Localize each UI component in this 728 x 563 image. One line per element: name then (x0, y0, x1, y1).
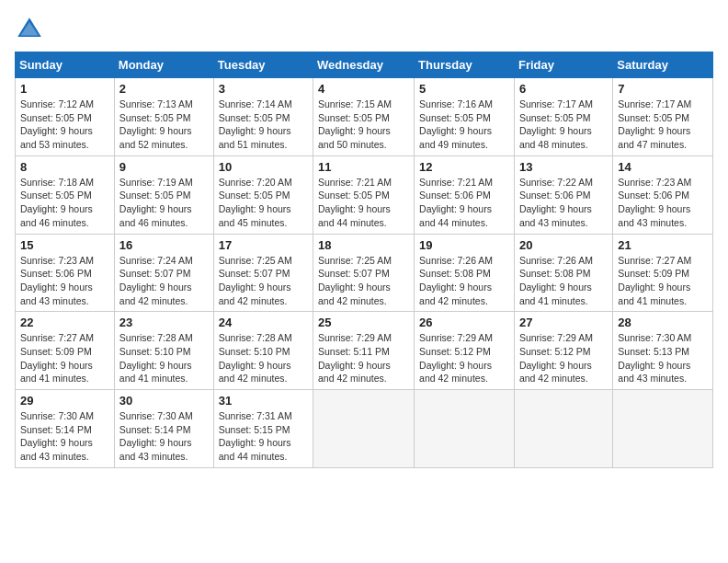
day-number: 10 (219, 160, 308, 174)
day-info: Sunrise: 7:29 AMSunset: 5:12 PMDaylight:… (519, 332, 593, 384)
calendar-cell: 10 Sunrise: 7:20 AMSunset: 5:05 PMDaylig… (213, 155, 313, 234)
calendar-cell: 25 Sunrise: 7:29 AMSunset: 5:11 PMDaylig… (313, 312, 415, 390)
col-thursday: Thursday (415, 52, 515, 78)
day-info: Sunrise: 7:22 AMSunset: 5:06 PMDaylight:… (519, 177, 593, 228)
calendar-cell: 28 Sunrise: 7:30 AMSunset: 5:13 PMDaylig… (613, 312, 713, 390)
day-number: 7 (618, 82, 708, 96)
calendar-cell: 11 Sunrise: 7:21 AMSunset: 5:05 PMDaylig… (313, 155, 415, 234)
day-info: Sunrise: 7:18 AMSunset: 5:05 PMDaylight:… (20, 177, 94, 228)
day-info: Sunrise: 7:27 AMSunset: 5:09 PMDaylight:… (618, 255, 691, 306)
day-info: Sunrise: 7:13 AMSunset: 5:05 PMDaylight:… (119, 98, 193, 150)
calendar-cell: 12 Sunrise: 7:21 AMSunset: 5:06 PMDaylig… (415, 155, 515, 234)
day-number: 6 (519, 82, 608, 96)
day-number: 12 (419, 160, 509, 174)
day-info: Sunrise: 7:25 AMSunset: 5:07 PMDaylight:… (318, 255, 392, 306)
calendar-cell: 26 Sunrise: 7:29 AMSunset: 5:12 PMDaylig… (415, 312, 515, 390)
day-number: 15 (20, 238, 109, 252)
logo-icon (15, 15, 44, 44)
calendar-cell: 15 Sunrise: 7:23 AMSunset: 5:06 PMDaylig… (16, 234, 115, 312)
day-info: Sunrise: 7:26 AMSunset: 5:08 PMDaylight:… (519, 255, 593, 306)
calendar-cell: 23 Sunrise: 7:28 AMSunset: 5:10 PMDaylig… (114, 312, 213, 390)
calendar-cell: 6 Sunrise: 7:17 AMSunset: 5:05 PMDayligh… (514, 78, 612, 156)
day-info: Sunrise: 7:28 AMSunset: 5:10 PMDaylight:… (119, 332, 193, 384)
day-number: 13 (519, 160, 608, 174)
calendar-cell: 5 Sunrise: 7:16 AMSunset: 5:05 PMDayligh… (415, 78, 515, 156)
day-number: 11 (318, 160, 409, 174)
calendar-cell: 19 Sunrise: 7:26 AMSunset: 5:08 PMDaylig… (415, 234, 515, 312)
day-number: 17 (219, 238, 308, 252)
calendar-cell: 16 Sunrise: 7:24 AMSunset: 5:07 PMDaylig… (114, 234, 213, 312)
calendar-cell (613, 390, 713, 468)
calendar-cell: 14 Sunrise: 7:23 AMSunset: 5:06 PMDaylig… (613, 155, 713, 234)
day-number: 23 (119, 316, 209, 329)
logo (15, 15, 48, 44)
calendar-cell: 30 Sunrise: 7:30 AMSunset: 5:14 PMDaylig… (114, 390, 213, 468)
calendar-cell: 13 Sunrise: 7:22 AMSunset: 5:06 PMDaylig… (514, 155, 612, 234)
day-info: Sunrise: 7:25 AMSunset: 5:07 PMDaylight:… (219, 255, 292, 306)
day-number: 29 (20, 394, 109, 408)
calendar-cell: 3 Sunrise: 7:14 AMSunset: 5:05 PMDayligh… (213, 78, 313, 156)
day-number: 16 (119, 238, 209, 252)
calendar-cell (313, 390, 415, 468)
day-number: 22 (20, 316, 109, 329)
col-sunday: Sunday (16, 52, 115, 78)
day-number: 1 (20, 82, 109, 96)
col-monday: Monday (114, 52, 213, 78)
day-info: Sunrise: 7:30 AMSunset: 5:14 PMDaylight:… (20, 410, 94, 462)
day-number: 14 (618, 160, 708, 174)
day-info: Sunrise: 7:17 AMSunset: 5:05 PMDaylight:… (618, 98, 691, 150)
col-wednesday: Wednesday (313, 52, 415, 78)
day-number: 27 (519, 316, 608, 329)
calendar-cell: 27 Sunrise: 7:29 AMSunset: 5:12 PMDaylig… (514, 312, 612, 390)
calendar-row: 22 Sunrise: 7:27 AMSunset: 5:09 PMDaylig… (16, 312, 713, 390)
day-info: Sunrise: 7:23 AMSunset: 5:06 PMDaylight:… (20, 255, 94, 306)
calendar-row: 29 Sunrise: 7:30 AMSunset: 5:14 PMDaylig… (16, 390, 713, 468)
calendar-table: Sunday Monday Tuesday Wednesday Thursday… (15, 52, 713, 468)
day-number: 19 (419, 238, 509, 252)
day-number: 4 (318, 82, 409, 96)
day-info: Sunrise: 7:28 AMSunset: 5:10 PMDaylight:… (219, 332, 292, 384)
day-number: 28 (618, 316, 708, 329)
calendar-cell: 2 Sunrise: 7:13 AMSunset: 5:05 PMDayligh… (114, 78, 213, 156)
day-number: 2 (119, 82, 209, 96)
calendar-row: 15 Sunrise: 7:23 AMSunset: 5:06 PMDaylig… (16, 234, 713, 312)
day-info: Sunrise: 7:29 AMSunset: 5:12 PMDaylight:… (419, 332, 493, 384)
day-info: Sunrise: 7:27 AMSunset: 5:09 PMDaylight:… (20, 332, 94, 384)
day-number: 30 (119, 394, 209, 408)
col-friday: Friday (514, 52, 612, 78)
day-number: 25 (318, 316, 409, 329)
calendar-cell: 22 Sunrise: 7:27 AMSunset: 5:09 PMDaylig… (16, 312, 115, 390)
day-info: Sunrise: 7:26 AMSunset: 5:08 PMDaylight:… (419, 255, 493, 306)
day-number: 18 (318, 238, 409, 252)
day-number: 5 (419, 82, 509, 96)
day-number: 26 (419, 316, 509, 329)
calendar-cell: 17 Sunrise: 7:25 AMSunset: 5:07 PMDaylig… (213, 234, 313, 312)
day-number: 24 (219, 316, 308, 329)
day-info: Sunrise: 7:30 AMSunset: 5:14 PMDaylight:… (119, 410, 193, 462)
day-info: Sunrise: 7:17 AMSunset: 5:05 PMDaylight:… (519, 98, 593, 150)
calendar-cell: 29 Sunrise: 7:30 AMSunset: 5:14 PMDaylig… (16, 390, 115, 468)
day-info: Sunrise: 7:29 AMSunset: 5:11 PMDaylight:… (318, 332, 392, 384)
day-info: Sunrise: 7:21 AMSunset: 5:06 PMDaylight:… (419, 177, 493, 228)
calendar-cell: 7 Sunrise: 7:17 AMSunset: 5:05 PMDayligh… (613, 78, 713, 156)
calendar-cell (514, 390, 612, 468)
calendar-cell: 31 Sunrise: 7:31 AMSunset: 5:15 PMDaylig… (213, 390, 313, 468)
calendar-cell: 21 Sunrise: 7:27 AMSunset: 5:09 PMDaylig… (613, 234, 713, 312)
calendar-cell: 18 Sunrise: 7:25 AMSunset: 5:07 PMDaylig… (313, 234, 415, 312)
calendar-cell: 8 Sunrise: 7:18 AMSunset: 5:05 PMDayligh… (16, 155, 115, 234)
day-number: 9 (119, 160, 209, 174)
calendar-row: 1 Sunrise: 7:12 AMSunset: 5:05 PMDayligh… (16, 78, 713, 156)
calendar-cell: 20 Sunrise: 7:26 AMSunset: 5:08 PMDaylig… (514, 234, 612, 312)
day-info: Sunrise: 7:19 AMSunset: 5:05 PMDaylight:… (119, 177, 193, 228)
day-info: Sunrise: 7:12 AMSunset: 5:05 PMDaylight:… (20, 98, 94, 150)
day-info: Sunrise: 7:23 AMSunset: 5:06 PMDaylight:… (618, 177, 691, 228)
day-info: Sunrise: 7:30 AMSunset: 5:13 PMDaylight:… (618, 332, 691, 384)
calendar-cell: 1 Sunrise: 7:12 AMSunset: 5:05 PMDayligh… (16, 78, 115, 156)
day-number: 3 (219, 82, 308, 96)
calendar-row: 8 Sunrise: 7:18 AMSunset: 5:05 PMDayligh… (16, 155, 713, 234)
day-info: Sunrise: 7:20 AMSunset: 5:05 PMDaylight:… (219, 177, 292, 228)
day-number: 20 (519, 238, 608, 252)
day-info: Sunrise: 7:24 AMSunset: 5:07 PMDaylight:… (119, 255, 193, 306)
day-number: 21 (618, 238, 708, 252)
day-info: Sunrise: 7:14 AMSunset: 5:05 PMDaylight:… (219, 98, 292, 150)
